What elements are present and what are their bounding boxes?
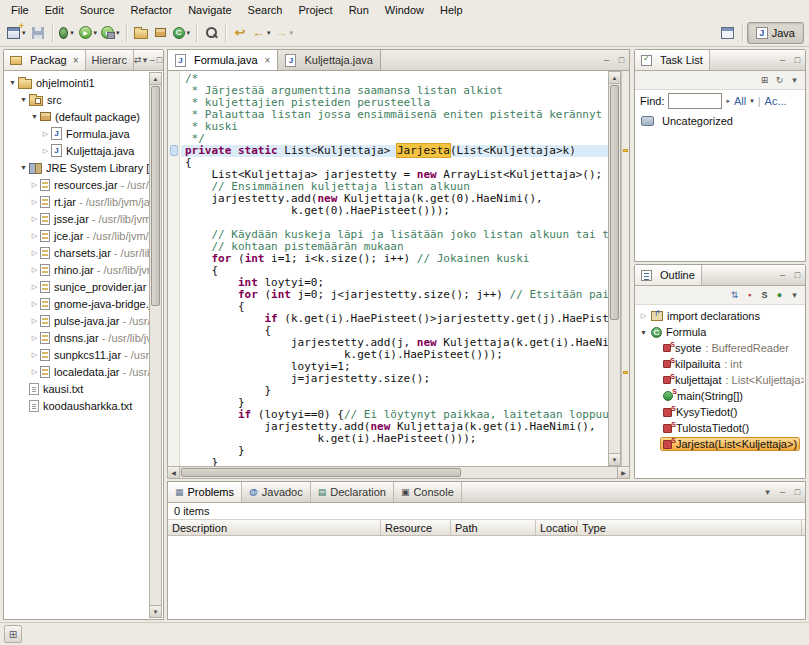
tree-item-jre-system-library-java-6[interactable]: ▼JRE System Library [java-6...	[5, 159, 149, 176]
hide-nonpublic-icon[interactable]: ●	[772, 287, 787, 303]
dropdown-arrow-icon[interactable]: ▾	[94, 29, 98, 37]
tab-task-list[interactable]: Task List	[635, 50, 710, 70]
menu-refactor[interactable]: Refactor	[123, 2, 181, 18]
twisty-expanded-icon[interactable]: ▼	[638, 329, 649, 336]
tree-item-resources-jar[interactable]: ▷resources.jar- /usr/lib/jv...	[5, 176, 149, 193]
open-perspective-button[interactable]	[718, 21, 738, 45]
tree-item-jce-jar[interactable]: ▷jce.jar- /usr/lib/jvm/java...	[5, 227, 149, 244]
twisty-collapsed-icon[interactable]: ▷	[29, 317, 40, 325]
tab-javadoc[interactable]: @Javadoc	[242, 482, 311, 502]
tab-console[interactable]: ▣Console	[394, 482, 462, 502]
filter-activated-link[interactable]: Ac...	[765, 95, 787, 107]
view-menu-icon[interactable]: ▾	[142, 52, 149, 68]
view-menu-icon[interactable]: ▾	[787, 72, 802, 88]
tab-package-explorer[interactable]: Packag ×	[4, 50, 86, 70]
column-header-path[interactable]: Path	[451, 520, 536, 535]
scrollbar-thumb[interactable]	[181, 468, 461, 477]
minimize-icon[interactable]: –	[599, 52, 614, 68]
menu-edit[interactable]: Edit	[37, 2, 72, 18]
occurrence-marker[interactable]	[623, 371, 628, 374]
menu-search[interactable]: Search	[240, 2, 291, 18]
tree-item-dnsns-jar[interactable]: ▷dnsns.jar- /usr/lib/jvm/j...	[5, 329, 149, 346]
tab-problems[interactable]: ▦Problems	[168, 482, 242, 502]
view-menu-icon[interactable]: ▾	[787, 287, 802, 303]
forward-button[interactable]: →▾	[273, 21, 296, 45]
minimize-icon[interactable]: –	[775, 267, 790, 283]
menu-file[interactable]: File	[3, 2, 37, 18]
twisty-collapsed-icon[interactable]: ▷	[40, 147, 51, 155]
twisty-collapsed-icon[interactable]: ▷	[29, 283, 40, 291]
outline-tree[interactable]: ▷import declarations▼CFormulaSsyote : Bu…	[636, 306, 804, 477]
editor-horizontal-scrollbar[interactable]: ◀ ▶	[167, 466, 630, 479]
twisty-collapsed-icon[interactable]: ▷	[29, 351, 40, 359]
tree-item-src[interactable]: ▼src	[5, 91, 149, 108]
outline-item-formula[interactable]: ▼CFormula	[636, 324, 804, 340]
menu-project[interactable]: Project	[290, 2, 340, 18]
twisty-collapsed-icon[interactable]: ▷	[29, 249, 40, 257]
twisty-collapsed-icon[interactable]: ▷	[638, 312, 649, 320]
tree-item-rhino-jar[interactable]: ▷rhino.jar- /usr/lib/jvm/ja...	[5, 261, 149, 278]
menu-help[interactable]: Help	[432, 2, 471, 18]
tree-item-default-package[interactable]: ▼(default package)	[5, 108, 149, 125]
new-task-icon[interactable]: ⊞	[757, 72, 772, 88]
maximize-icon[interactable]: □	[790, 484, 805, 500]
dropdown-arrow-icon[interactable]: ▾	[187, 29, 191, 37]
tree-item-localedata-jar[interactable]: ▷localedata.jar- /usr/lib/j...	[5, 363, 149, 380]
hide-fields-icon[interactable]: ▪	[742, 287, 757, 303]
twisty-expanded-icon[interactable]: ▼	[7, 79, 18, 86]
twisty-collapsed-icon[interactable]: ▷	[29, 198, 40, 206]
dropdown-arrow-icon[interactable]: ▾	[116, 29, 120, 37]
twisty-collapsed-icon[interactable]: ▷	[29, 232, 40, 240]
synchronize-icon[interactable]: ↻	[772, 72, 787, 88]
outline-item-jarjesta-list-kuljettaja[interactable]: SJarjesta(List<Kuljettaja>)	[636, 436, 804, 452]
menu-source[interactable]: Source	[72, 2, 123, 18]
link-with-editor-icon[interactable]: ⇄	[134, 52, 142, 68]
tree-item-kausi-txt[interactable]: kausi.txt	[5, 380, 149, 397]
occurrence-marker[interactable]	[623, 149, 628, 152]
scrollbar-thumb[interactable]	[151, 86, 160, 306]
maximize-icon[interactable]: □	[156, 52, 163, 68]
tree-item-rt-jar[interactable]: ▷rt.jar- /usr/lib/jvm/java-...	[5, 193, 149, 210]
twisty-collapsed-icon[interactable]: ▷	[29, 368, 40, 376]
dropdown-arrow-icon[interactable]: ▾	[750, 97, 754, 105]
tree-item-koodausharkka-txt[interactable]: koodausharkka.txt	[5, 397, 149, 414]
tree-item-charsets-jar[interactable]: ▷charsets.jar- /usr/lib/jv...	[5, 244, 149, 261]
fast-view-button[interactable]: ⊞	[4, 625, 22, 643]
close-icon[interactable]: ×	[73, 55, 79, 66]
outline-item-kuljettajat[interactable]: Skuljettajat : List<Kuljettaja>	[636, 372, 804, 388]
new-class-button[interactable]: C▾	[171, 21, 193, 45]
scroll-left-icon[interactable]: ◀	[168, 467, 180, 478]
column-header-resource[interactable]: Resource	[381, 520, 451, 535]
twisty-collapsed-icon[interactable]: ▷	[29, 181, 40, 189]
find-input[interactable]	[668, 93, 722, 109]
tab-hierarchy[interactable]: Hierarc	[86, 50, 134, 70]
maximize-icon[interactable]: □	[614, 52, 629, 68]
editor-gutter[interactable]	[168, 71, 180, 466]
outline-item-kysytiedot[interactable]: SKysyTiedot()	[636, 404, 804, 420]
scroll-up-icon[interactable]: ▲	[150, 73, 161, 85]
new-java-project-button[interactable]	[131, 21, 151, 45]
tree-item-sunjce-provider-jar[interactable]: ▷sunjce_provider.jar- /us...	[5, 278, 149, 295]
outline-item-main-string[interactable]: Smain(String[])	[636, 388, 804, 404]
tree-item-ohjelmointi1[interactable]: ▼ohjelmointi1	[5, 74, 149, 91]
save-button[interactable]	[28, 21, 48, 45]
twisty-expanded-icon[interactable]: ▼	[18, 96, 29, 103]
column-header-location[interactable]: Location	[536, 520, 578, 535]
run-button[interactable]: ▾	[77, 21, 100, 45]
menu-run[interactable]: Run	[341, 2, 377, 18]
twisty-expanded-icon[interactable]: ▼	[18, 164, 29, 171]
editor-tab-kuljettaja-java[interactable]: Kuljettaja.java	[278, 50, 381, 70]
sort-icon[interactable]: ⇅	[727, 287, 742, 303]
tab-outline[interactable]: Outline	[635, 265, 702, 285]
tree-item-pulse-java-jar[interactable]: ▷pulse-java.jar- /usr/lib/jv...	[5, 312, 149, 329]
filter-all-link[interactable]: All	[734, 95, 746, 107]
twisty-collapsed-icon[interactable]: ▷	[29, 215, 40, 223]
external-tools-button[interactable]: ▾	[99, 21, 122, 45]
tree-item-gnome-java-bridge-jar[interactable]: ▷gnome-java-bridge.jar- ...	[5, 295, 149, 312]
hide-static-icon[interactable]: S	[757, 287, 772, 303]
outline-item-import-declarations[interactable]: ▷import declarations	[636, 308, 804, 324]
scroll-right-icon[interactable]: ▶	[617, 467, 629, 478]
back-button[interactable]: ←▾	[250, 21, 273, 45]
scroll-down-icon[interactable]: ▼	[150, 605, 161, 617]
code-area[interactable]: /* * Järjestää argumenttina saamansa lis…	[181, 71, 608, 466]
